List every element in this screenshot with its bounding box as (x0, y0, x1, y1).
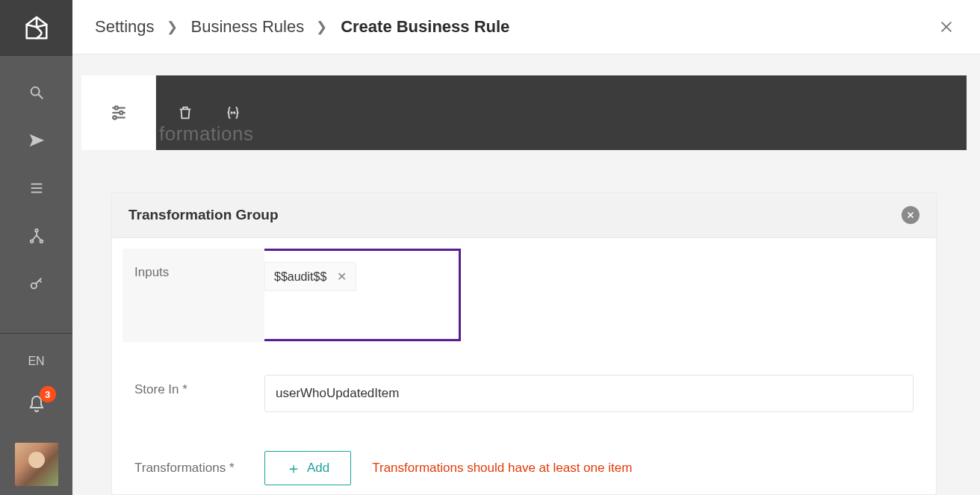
settings-tab[interactable] (81, 75, 156, 150)
json-icon[interactable] (225, 105, 241, 121)
toolbar-row: formations (81, 75, 967, 150)
avatar[interactable] (15, 443, 58, 486)
close-button[interactable] (935, 16, 958, 38)
language-label[interactable]: EN (28, 334, 44, 368)
svg-point-18 (234, 112, 235, 113)
svg-point-16 (113, 116, 116, 119)
input-chip: $$audit$$ ✕ (264, 262, 356, 291)
card-title: Transformation Group (128, 207, 279, 223)
svg-line-1 (38, 95, 43, 99)
store-in-input[interactable] (264, 375, 914, 412)
notification-badge: 3 (40, 386, 56, 402)
transformation-group-card: Transformation Group Inputs $$audit$$ ✕ (111, 192, 937, 495)
inputs-row: Inputs $$audit$$ ✕ (122, 249, 461, 342)
app-logo[interactable] (0, 0, 72, 56)
inputs-label: Inputs (122, 249, 264, 341)
left-sidebar: EN 3 (0, 0, 72, 495)
transformations-label: Transformations * (122, 444, 264, 492)
svg-point-17 (231, 112, 232, 113)
menu-icon[interactable] (27, 178, 46, 198)
key-icon[interactable] (27, 274, 46, 293)
add-transformation-button[interactable]: ＋ Add (264, 451, 351, 485)
svg-point-5 (35, 229, 38, 232)
svg-point-15 (120, 111, 122, 114)
card-close-icon[interactable] (902, 206, 919, 224)
delete-icon[interactable] (177, 105, 193, 121)
chip-text: $$audit$$ (274, 270, 326, 284)
svg-point-6 (30, 240, 33, 243)
chevron-right-icon: ❯ (167, 19, 178, 35)
breadcrumb-current: Create Business Rule (341, 17, 509, 37)
branch-icon[interactable] (27, 226, 46, 246)
action-bar: formations (156, 75, 967, 150)
main-area: Settings ❯ Business Rules ❯ Create Busin… (72, 0, 980, 495)
breadcrumb: Settings ❯ Business Rules ❯ Create Busin… (95, 17, 509, 37)
svg-point-8 (31, 283, 36, 288)
chevron-right-icon: ❯ (316, 19, 327, 35)
notifications-button[interactable]: 3 (28, 395, 46, 416)
topbar: Settings ❯ Business Rules ❯ Create Busin… (72, 0, 980, 55)
breadcrumb-settings[interactable]: Settings ❯ (95, 17, 178, 37)
card-header: Transformation Group (112, 193, 936, 238)
content: formations Transformation Group (72, 55, 980, 495)
store-in-label: Store In * (122, 366, 264, 421)
inputs-chip-area[interactable]: $$audit$$ ✕ (264, 258, 449, 332)
transformations-error: Transformations should have at least one… (372, 461, 632, 476)
search-icon[interactable] (27, 83, 46, 102)
svg-point-7 (40, 240, 43, 243)
svg-point-0 (31, 87, 39, 96)
breadcrumb-business-rules[interactable]: Business Rules ❯ (191, 17, 328, 37)
chip-remove-icon[interactable]: ✕ (337, 270, 347, 284)
svg-point-14 (114, 106, 117, 109)
ghost-label: formations (159, 122, 253, 146)
send-icon[interactable] (27, 131, 46, 150)
